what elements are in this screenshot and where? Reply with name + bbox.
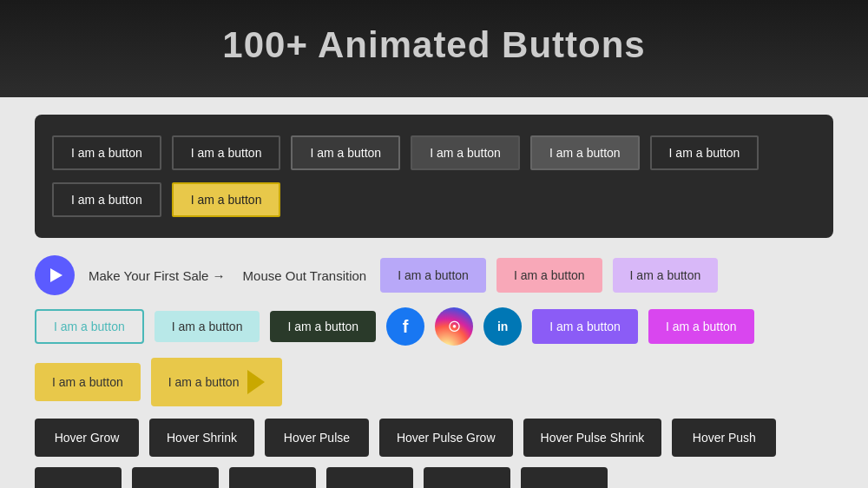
- dark-btn-2[interactable]: I am a button: [172, 135, 281, 170]
- hover-shrink-label: Hover Shrink: [167, 431, 237, 445]
- linkedin-icon: in: [497, 320, 508, 333]
- facebook-icon: f: [403, 317, 409, 337]
- hover-push-label: Hover Push: [693, 431, 756, 445]
- hover-pulse-label: Hover Pulse: [284, 431, 350, 445]
- purple-button[interactable]: I am a button: [532, 309, 638, 344]
- hover-grow-label: Hover Grow: [55, 431, 120, 445]
- bottom-btn-4[interactable]: [326, 467, 413, 488]
- magenta-label: I am a button: [666, 320, 737, 333]
- arrow-icon: [247, 370, 265, 394]
- header: 100+ Animated Buttons: [0, 0, 868, 97]
- bottom-btn-6[interactable]: [521, 467, 608, 488]
- hover-pulse-shrink-button[interactable]: Hover Pulse Shrink: [523, 419, 662, 457]
- mixed-row-1: Make Your First Sale → Mouse Out Transit…: [35, 255, 833, 295]
- hover-pulse-grow-button[interactable]: Hover Pulse Grow: [379, 419, 513, 457]
- teal-outline-label: I am a button: [54, 320, 125, 333]
- yellow-arrow-row: I am a button I am a button: [35, 358, 833, 406]
- pink-pastel-button[interactable]: I am a button: [496, 258, 602, 293]
- yellow-arrow-button[interactable]: I am a button: [151, 358, 283, 406]
- dark-btn-4[interactable]: I am a button: [411, 135, 520, 170]
- dark-btn-1[interactable]: I am a button: [52, 135, 161, 170]
- mouse-out-button[interactable]: Mouse Out Transition: [240, 261, 371, 290]
- yellow-plain-label: I am a button: [52, 375, 123, 389]
- facebook-button[interactable]: f: [386, 307, 424, 346]
- instagram-icon: ☉: [448, 319, 460, 335]
- dark-row-1: I am a button I am a button I am a butto…: [52, 135, 816, 170]
- dark-btn-yellow[interactable]: I am a button: [172, 182, 281, 217]
- pink-pastel-label: I am a button: [514, 268, 585, 282]
- make-first-sale-button[interactable]: Make Your First Sale →: [85, 261, 229, 290]
- mouse-out-label: Mouse Out Transition: [243, 268, 367, 283]
- yellow-arrow-label: I am a button: [168, 375, 240, 389]
- light-teal-label: I am a button: [172, 320, 243, 333]
- dark-btn-3[interactable]: I am a button: [291, 135, 400, 170]
- dark-btn-5[interactable]: I am a button: [530, 135, 640, 170]
- purple-pastel-label: I am a button: [398, 268, 469, 282]
- bottom-btn-1[interactable]: [35, 467, 122, 488]
- lavender-label: I am a button: [630, 268, 701, 282]
- dark-green-button[interactable]: I am a button: [270, 311, 376, 342]
- teal-outline-button[interactable]: I am a button: [35, 309, 144, 344]
- bottom-btn-5[interactable]: [424, 467, 510, 488]
- bottom-btn-3[interactable]: [229, 467, 316, 488]
- dark-btn-6[interactable]: I am a button: [650, 135, 760, 170]
- page-title: 100+ Animated Buttons: [17, 24, 851, 66]
- play-button[interactable]: [35, 255, 75, 295]
- hover-pulse-shrink-label: Hover Pulse Shrink: [541, 431, 645, 445]
- hover-push-button[interactable]: Hover Push: [672, 419, 776, 457]
- light-teal-button[interactable]: I am a button: [155, 311, 260, 342]
- hover-pulse-grow-label: Hover Pulse Grow: [397, 431, 496, 445]
- dark-row-2: I am a button I am a button: [52, 182, 816, 217]
- linkedin-button[interactable]: in: [483, 307, 522, 346]
- purple-pastel-button[interactable]: I am a button: [380, 258, 486, 293]
- play-icon: [50, 268, 62, 282]
- bottom-btn-2[interactable]: [132, 467, 219, 488]
- dark-btn-7[interactable]: I am a button: [52, 182, 161, 217]
- main-content: I am a button I am a button I am a butto…: [0, 97, 868, 488]
- yellow-plain-button[interactable]: I am a button: [35, 363, 141, 401]
- mixed-row-2: I am a button I am a button I am a butto…: [35, 307, 833, 346]
- instagram-button[interactable]: ☉: [435, 307, 473, 346]
- dark-green-label: I am a button: [287, 320, 358, 333]
- lavender-button[interactable]: I am a button: [613, 258, 719, 293]
- purple-label: I am a button: [549, 320, 621, 333]
- hover-buttons-row: Hover Grow Hover Shrink Hover Pulse Hove…: [35, 419, 833, 457]
- hover-pulse-button[interactable]: Hover Pulse: [265, 419, 369, 457]
- bottom-buttons-row: [35, 467, 833, 488]
- make-sale-label: Make Your First Sale →: [89, 268, 226, 283]
- hover-grow-button[interactable]: Hover Grow: [35, 419, 139, 457]
- hover-shrink-button[interactable]: Hover Shrink: [149, 419, 254, 457]
- dark-button-section: I am a button I am a button I am a butto…: [35, 115, 833, 238]
- magenta-button[interactable]: I am a button: [648, 309, 754, 344]
